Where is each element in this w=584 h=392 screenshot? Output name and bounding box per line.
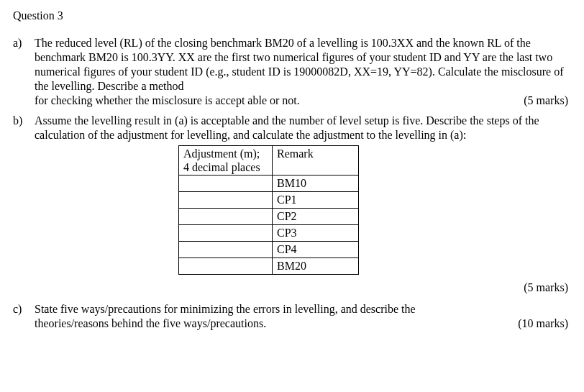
part-a-marks: (5 marks) bbox=[516, 94, 568, 108]
part-a-body: The reduced level (RL) of the closing be… bbox=[35, 36, 568, 108]
header-adj-line1: Adjustment (m); bbox=[183, 147, 260, 160]
table-row: BM10 bbox=[179, 176, 359, 192]
part-c-marks: (10 marks) bbox=[511, 316, 568, 331]
part-b-marks: (5 marks) bbox=[13, 281, 568, 295]
cell-remark: CP2 bbox=[273, 209, 359, 225]
table-row: CP3 bbox=[179, 225, 359, 242]
part-b-label: b) bbox=[13, 114, 35, 128]
part-a-last-line: for checking whether the misclosure is a… bbox=[35, 94, 568, 108]
table-row: CP1 bbox=[179, 192, 359, 209]
part-b-text: Assume the levelling result in (a) is ac… bbox=[35, 114, 568, 142]
cell-remark: BM20 bbox=[273, 258, 359, 275]
cell-adj bbox=[179, 209, 273, 225]
part-c-label: c) bbox=[13, 302, 35, 316]
cell-adj bbox=[179, 242, 273, 258]
part-a-text-main: The reduced level (RL) of the closing be… bbox=[35, 37, 564, 92]
cell-remark: BM10 bbox=[273, 176, 359, 192]
table-row: CP4 bbox=[179, 242, 359, 258]
part-a-text-last: for checking whether the misclosure is a… bbox=[35, 94, 300, 108]
part-c-last-line: theories/reasons behind the five ways/pr… bbox=[35, 316, 568, 331]
adjustment-table: Adjustment (m); 4 decimal places Remark … bbox=[178, 145, 359, 275]
header-remark: Remark bbox=[273, 146, 359, 176]
table-row: CP2 bbox=[179, 209, 359, 225]
part-c: c) State five ways/precautions for minim… bbox=[13, 302, 568, 331]
part-c-body: State five ways/precautions for minimizi… bbox=[35, 302, 568, 331]
question-title: Question 3 bbox=[13, 9, 568, 23]
cell-remark: CP1 bbox=[273, 192, 359, 209]
part-c-text-main: State five ways/precautions for minimizi… bbox=[35, 303, 416, 315]
part-b-body: Assume the levelling result in (a) is ac… bbox=[35, 114, 568, 275]
cell-adj bbox=[179, 192, 273, 209]
table-row: BM20 bbox=[179, 258, 359, 275]
question-page: Question 3 a) The reduced level (RL) of … bbox=[0, 0, 584, 345]
cell-remark: CP3 bbox=[273, 225, 359, 242]
cell-remark: CP4 bbox=[273, 242, 359, 258]
cell-adj bbox=[179, 225, 273, 242]
cell-adj bbox=[179, 176, 273, 192]
header-adjustment: Adjustment (m); 4 decimal places bbox=[179, 146, 273, 176]
part-b: b) Assume the levelling result in (a) is… bbox=[13, 114, 568, 275]
header-adj-line2: 4 decimal places bbox=[183, 161, 260, 173]
cell-adj bbox=[179, 258, 273, 275]
part-a: a) The reduced level (RL) of the closing… bbox=[13, 36, 568, 108]
part-a-label: a) bbox=[13, 36, 35, 50]
table-header-row: Adjustment (m); 4 decimal places Remark bbox=[179, 146, 359, 176]
part-c-text-last: theories/reasons behind the five ways/pr… bbox=[35, 316, 266, 331]
